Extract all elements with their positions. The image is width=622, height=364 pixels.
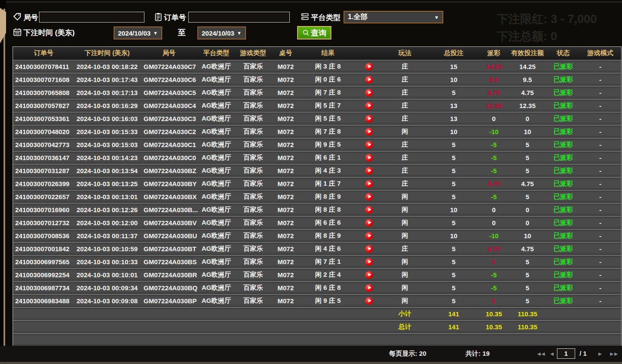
cell-bet-time: 2024-10-03 00:13:01 <box>74 190 140 203</box>
replay-play-icon[interactable] <box>365 297 373 305</box>
replay-play-icon[interactable] <box>365 141 373 149</box>
table-row[interactable]: 2410030070578272024-10-03 00:16:29GM0722… <box>13 99 621 112</box>
query-button[interactable]: 查询 <box>297 26 331 39</box>
table-row[interactable]: 2410030070784112024-10-03 00:18:22GM0722… <box>13 60 621 73</box>
cell-payout: 0 <box>480 216 508 229</box>
cell-platform: AG欧洲厅 <box>198 216 235 229</box>
order-number-input[interactable] <box>188 12 290 23</box>
replay-play-icon[interactable] <box>365 206 373 214</box>
replay-play-icon[interactable] <box>365 219 373 227</box>
total-row-status <box>547 320 579 333</box>
cell-result: 闲 6 庄 1 <box>300 151 356 164</box>
platform-type-select[interactable]: 1.全部 ▼ <box>344 11 443 23</box>
cell-play-type: 闲 <box>382 294 428 307</box>
cell-platform: AG欧洲厅 <box>198 281 235 294</box>
cell-result: 闲 7 庄 8 <box>300 125 356 138</box>
replay-play-icon[interactable] <box>365 271 373 279</box>
replay-play-icon[interactable] <box>365 128 373 136</box>
cell-round-id: GM07224A030C0 <box>140 151 198 164</box>
last-page-icon[interactable]: ►► <box>609 351 618 357</box>
replay-play-icon[interactable] <box>365 154 373 162</box>
table-row[interactable]: 2410030069975652024-10-03 00:10:33GM0722… <box>13 255 621 268</box>
cell-game-mode: - <box>579 190 621 203</box>
replay-play-icon[interactable] <box>365 167 373 175</box>
cell-status: 已派彩 <box>547 125 579 138</box>
replay-play-icon[interactable] <box>365 89 373 97</box>
table-row[interactable]: 2410030070361472024-10-03 00:14:23GM0722… <box>13 151 621 164</box>
cell-valid-bet: 0 <box>508 203 547 216</box>
cell-status: 已派彩 <box>547 190 579 203</box>
cell-result: 闲 8 庄 8 <box>300 203 356 216</box>
cell-payout: 5 <box>480 255 508 268</box>
cell-status: 已派彩 <box>547 255 579 268</box>
table-header-row: 订单号下注时间 (美东)局号平台类型游戏类型桌号结果玩法总投注派彩有效投注额状态… <box>13 47 621 60</box>
next-page-icon[interactable]: ► <box>597 351 602 357</box>
cell-payout: -10 <box>480 229 508 242</box>
total-row-mode <box>579 320 621 333</box>
table-row[interactable]: 2410030069922542024-10-03 00:10:01GM0722… <box>13 268 621 281</box>
cell-status: 已派彩 <box>547 151 579 164</box>
cell-total-bet: 13 <box>428 112 480 125</box>
cell-table-no: M072 <box>272 190 300 203</box>
table-row[interactable]: 2410030070658082024-10-03 00:17:13GM0722… <box>13 86 621 99</box>
replay-play-icon[interactable] <box>365 180 373 188</box>
table-row[interactable]: 2410030070312872024-10-03 00:13:54GM0722… <box>13 164 621 177</box>
table-row[interactable]: 2410030069877342024-10-03 00:09:34GM0722… <box>13 281 621 294</box>
replay-play-icon[interactable] <box>365 63 373 71</box>
cell-round-id: GM07224A030BU <box>140 229 198 242</box>
cell-total-bet: 5 <box>428 268 480 281</box>
round-number-input[interactable] <box>39 12 144 23</box>
replay-play-icon[interactable] <box>365 115 373 123</box>
table-row[interactable]: 2410030070226572024-10-03 00:13:01GM0722… <box>13 190 621 203</box>
chevron-down-icon: ▼ <box>237 30 242 36</box>
empty-filler-cell <box>13 333 621 346</box>
first-page-icon[interactable]: ◄◄ <box>536 351 545 357</box>
table-row[interactable]: 2410030070480202024-10-03 00:15:33GM0722… <box>13 125 621 138</box>
cell-result: 闲 8 庄 9 <box>300 229 356 242</box>
table-row[interactable]: 2410030070533612024-10-03 00:16:03GM0722… <box>13 112 621 125</box>
replay-play-icon[interactable] <box>365 284 373 292</box>
cell-status: 已派彩 <box>547 138 579 151</box>
table-row[interactable]: 2410030070085362024-10-03 00:11:37GM0722… <box>13 229 621 242</box>
cell-play-type: 庄 <box>382 242 428 255</box>
cell-round-id: GM07224A030C4 <box>140 99 198 112</box>
cell-order-id: 241003007053361 <box>13 112 74 125</box>
cell-payout: -5 <box>480 151 508 164</box>
table-row[interactable]: 2410030070716082024-10-03 00:17:43GM0722… <box>13 73 621 86</box>
table-row[interactable]: 2410030070169602024-10-03 00:12:26GM0722… <box>13 203 621 216</box>
cell-replay <box>356 190 382 203</box>
table-row[interactable]: 2410030070427732024-10-03 00:15:03GM0722… <box>13 138 621 151</box>
date-from-select[interactable]: 2024/10/03 ▼ <box>114 26 162 39</box>
cell-bet-time: 2024-10-03 00:13:25 <box>74 177 140 190</box>
cell-payout: -10 <box>480 125 508 138</box>
table-row[interactable]: 2410030070263992024-10-03 00:13:25GM0722… <box>13 177 621 190</box>
replay-play-icon[interactable] <box>365 76 373 84</box>
prev-page-icon[interactable]: ◄ <box>549 351 553 357</box>
cell-replay <box>356 112 382 125</box>
table-row[interactable]: 2410030070127322024-10-03 00:12:00GM0722… <box>13 216 621 229</box>
cell-platform: AG欧洲厅 <box>198 164 235 177</box>
cell-total-bet: 5 <box>428 138 480 151</box>
date-to-select[interactable]: 2024/10/03 ▼ <box>197 26 246 39</box>
page-number-input[interactable]: 1 <box>557 348 575 359</box>
table-row[interactable]: 2410030070018422024-10-03 00:10:59GM0722… <box>13 242 621 255</box>
replay-play-icon[interactable] <box>365 193 373 201</box>
cell-bet-time: 2024-10-03 00:16:03 <box>74 112 140 125</box>
cell-result: 闲 7 庄 1 <box>300 255 356 268</box>
table-row[interactable]: 2410030069834882024-10-03 00:09:08GM0722… <box>13 294 621 307</box>
cell-game-mode: - <box>579 112 621 125</box>
cell-game-type: 百家乐 <box>235 281 272 294</box>
replay-play-icon[interactable] <box>365 232 373 240</box>
replay-play-icon[interactable] <box>365 258 373 266</box>
cell-table-no: M072 <box>272 73 300 86</box>
cell-game-mode: - <box>579 203 621 216</box>
cell-total-bet: 15 <box>428 60 480 73</box>
cell-payout: 9.5 <box>480 73 508 86</box>
replay-play-icon[interactable] <box>365 245 373 253</box>
replay-play-icon[interactable] <box>365 102 373 110</box>
cell-payout: 4.75 <box>480 242 508 255</box>
cell-play-type: 闲 <box>382 268 428 281</box>
cell-game-type: 百家乐 <box>235 99 272 112</box>
cell-order-id: 241003006992254 <box>13 268 74 281</box>
page-total-label: / 1 <box>579 350 587 357</box>
